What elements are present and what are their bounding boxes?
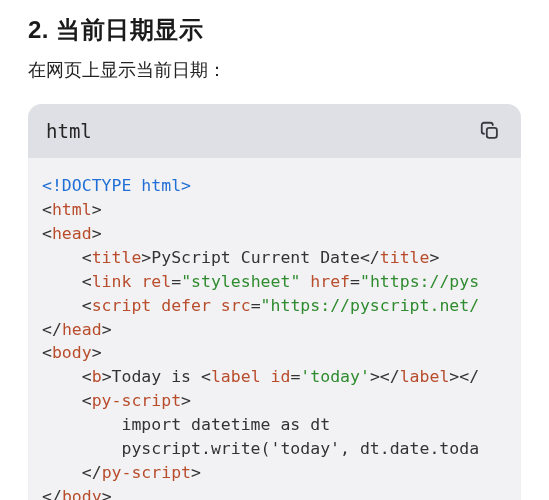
code-header: html — [28, 104, 521, 158]
section-heading: 2. 当前日期显示 — [28, 14, 521, 46]
section-subtext: 在网页上显示当前日期： — [28, 58, 521, 82]
svg-rect-0 — [487, 128, 497, 138]
code-content: <!DOCTYPE html> <html> <head> <title>PyS… — [28, 158, 521, 500]
code-block: html <!DOCTYPE html> <html> <head> <titl… — [28, 104, 521, 500]
copy-icon[interactable] — [477, 118, 503, 144]
code-language-label: html — [46, 120, 92, 142]
